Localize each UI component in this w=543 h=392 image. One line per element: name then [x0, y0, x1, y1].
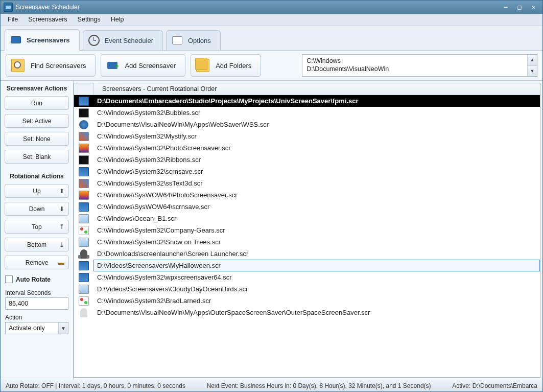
- list-item-icon-cell: [74, 119, 93, 130]
- checkbox-box: [5, 275, 13, 283]
- top-button[interactable]: Top ⤒: [5, 220, 69, 234]
- list-item-icon-cell: [74, 166, 93, 177]
- list-item[interactable]: C:\Windows\System32\BradLarned.scr: [74, 295, 540, 307]
- up-button[interactable]: Up ⬆: [5, 184, 69, 198]
- list-item-path: C:\Windows\System32\BradLarned.scr: [93, 295, 540, 307]
- tab-event-scheduler[interactable]: Event Scheduler: [83, 30, 163, 50]
- screensaver-icon: [79, 120, 88, 129]
- screensaver-icon: [80, 249, 87, 259]
- menu-screensavers[interactable]: Screensavers: [23, 15, 72, 24]
- path-line: C:\Windows: [306, 57, 523, 65]
- arrow-down-icon: ⬇: [59, 205, 64, 213]
- tab-screensavers[interactable]: Screensavers: [5, 29, 80, 51]
- find-screensavers-button[interactable]: Find Screensavers: [6, 54, 96, 77]
- interval-seconds-label: Interval Seconds: [3, 285, 70, 297]
- rotational-actions-title: Rotational Actions: [3, 171, 70, 182]
- folder-stack-icon: [196, 59, 209, 72]
- list-rows[interactable]: D:\Documents\Embarcadero\Studio\Projects…: [74, 95, 540, 377]
- list-item-path: C:\Windows\System32\wpxscreensaver64.scr: [93, 271, 540, 283]
- list-item[interactable]: C:\Windows\System32\PhotoScreensaver.scr: [74, 142, 540, 154]
- search-paths-box[interactable]: C:\Windows D:\Documents\VisualNeoWin ▲ ▼: [302, 54, 537, 77]
- arrow-bottom-icon: ⤓: [59, 241, 64, 248]
- list-item-path: C:\Windows\SysWOW64\PhotoScreensaver.scr: [93, 189, 540, 201]
- button-label: Top: [32, 223, 41, 230]
- list-item-path: D:\Videos\Screensavers\MyHalloween.scr: [93, 260, 540, 271]
- set-active-button[interactable]: Set: Active: [5, 114, 69, 128]
- tab-label: Event Scheduler: [105, 37, 153, 44]
- minimize-button[interactable]: —: [500, 3, 512, 11]
- screensaver-list: Screensavers - Current Rotational Order …: [74, 83, 540, 378]
- path-spin-up[interactable]: ▲: [528, 55, 537, 66]
- button-label: Find Screensavers: [31, 62, 86, 70]
- list-item-path: C:\Windows\Ocean_B1.scr: [93, 213, 540, 224]
- screensaver-icon: [79, 132, 89, 141]
- list-item[interactable]: C:\Windows\System32\Mystify.scr: [74, 130, 540, 142]
- screensaver-icon: [79, 285, 89, 294]
- menu-help[interactable]: Help: [106, 15, 129, 24]
- menu-settings[interactable]: Settings: [73, 15, 106, 24]
- tab-options[interactable]: Options: [166, 30, 221, 50]
- status-right: Active: D:\Documents\Embarca: [449, 382, 540, 389]
- input-value: 86,400: [9, 300, 28, 307]
- side-panel: Screensaver Actions Run Set: Active Set:…: [1, 81, 74, 380]
- list-item[interactable]: D:\Videos\Screensavers\MyHalloween.scr: [74, 260, 540, 271]
- maximize-button[interactable]: □: [513, 3, 526, 11]
- list-item-icon-cell: [74, 248, 93, 260]
- screensaver-icon: [79, 108, 89, 118]
- remove-icon: ▬: [58, 259, 64, 266]
- down-button[interactable]: Down ⬇: [5, 202, 69, 216]
- interval-seconds-input[interactable]: 86,400: [5, 297, 68, 310]
- list-item-icon-cell: [74, 295, 93, 307]
- screensaver-actions-title: Screensaver Actions: [3, 83, 70, 94]
- button-label: Add Screensaver: [125, 62, 176, 70]
- list-item[interactable]: C:\Windows\Ocean_B1.scr: [74, 213, 540, 224]
- list-item[interactable]: C:\Windows\System32\Company-Gears.scr: [74, 224, 540, 236]
- path-spin-down[interactable]: ▼: [528, 66, 537, 77]
- set-none-button[interactable]: Set: None: [5, 132, 69, 146]
- set-blank-button[interactable]: Set: Blank: [5, 150, 69, 164]
- list-item[interactable]: C:\Windows\System32\Snow on Trees.scr: [74, 236, 540, 248]
- screensaver-icon: [79, 167, 89, 176]
- list-item-icon-cell: [74, 142, 93, 154]
- list-item-icon-cell: [74, 271, 93, 283]
- clock-icon: [88, 35, 100, 46]
- screensaver-icon: [79, 214, 89, 223]
- list-item[interactable]: D:\Videos\Screensavers\CloudyDayOceanBir…: [74, 283, 540, 295]
- arrow-top-icon: ⤒: [59, 223, 64, 230]
- path-line: D:\Documents\VisualNeoWin: [306, 65, 523, 73]
- button-label: Remove: [26, 259, 49, 266]
- arrow-up-icon: ⬆: [59, 188, 64, 195]
- list-item[interactable]: D:\Downloads\screenlauncher\Screen Launc…: [74, 248, 540, 260]
- add-screensaver-button[interactable]: Add Screensaver: [101, 54, 185, 77]
- list-item-icon-cell: [74, 260, 93, 271]
- path-spinner: ▲ ▼: [527, 55, 537, 76]
- list-item[interactable]: C:\Windows\System32\Bubbles.scr: [74, 107, 540, 119]
- auto-rotate-checkbox[interactable]: Auto Rotate: [3, 271, 70, 285]
- bottom-button[interactable]: Bottom ⤓: [5, 238, 69, 251]
- close-button[interactable]: ✕: [527, 3, 539, 11]
- search-folder-icon: [11, 59, 25, 72]
- status-center: Next Event: Business Hours in: 0 Day(s),…: [204, 382, 434, 389]
- list-item[interactable]: D:\Documents\Embarcadero\Studio\Projects…: [74, 95, 540, 107]
- list-header: Screensavers - Current Rotational Order: [74, 83, 540, 95]
- screensaver-icon: [79, 273, 89, 282]
- list-item[interactable]: C:\Windows\System32\Ribbons.scr: [74, 154, 540, 166]
- list-item[interactable]: C:\Windows\SysWOW64\scrnsave.scr: [74, 201, 540, 213]
- button-label: Bottom: [27, 241, 46, 248]
- list-item[interactable]: C:\Windows\SysWOW64\PhotoScreensaver.scr: [74, 189, 540, 201]
- list-item[interactable]: C:\Windows\System32\wpxscreensaver64.scr: [74, 271, 540, 283]
- action-combo[interactable]: Activate only ▼: [5, 322, 68, 334]
- list-item[interactable]: C:\Windows\System32\ssText3d.scr: [74, 177, 540, 189]
- run-button[interactable]: Run: [5, 96, 69, 110]
- list-item[interactable]: D:\Documents\VisualNeoWin\MyApps\WebSave…: [74, 119, 540, 130]
- combo-value: Activate only: [9, 325, 45, 332]
- remove-button[interactable]: Remove ▬: [5, 256, 69, 269]
- menu-file[interactable]: File: [3, 15, 23, 24]
- list-item-icon-cell: [74, 177, 93, 189]
- button-label: Set: Active: [22, 118, 52, 125]
- add-folders-button[interactable]: Add Folders: [191, 54, 261, 77]
- list-item[interactable]: C:\Windows\System32\scrnsave.scr: [74, 166, 540, 177]
- list-item[interactable]: D:\Documents\VisualNeoWin\MyApps\OuterSp…: [74, 307, 540, 318]
- titlebar[interactable]: Screensaver Scheduler — □ ✕: [1, 1, 542, 14]
- screensaver-icon: [79, 144, 89, 153]
